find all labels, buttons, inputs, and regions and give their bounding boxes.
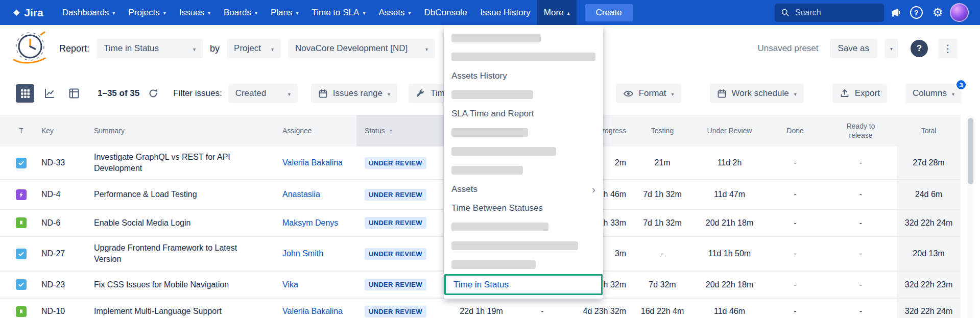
jira-mark-icon: ◆ — [13, 7, 19, 17]
columns-dropdown-wrapper: Columns ▾ 3 — [905, 84, 962, 103]
create-button[interactable]: Create — [585, 4, 633, 21]
columns-dropdown[interactable]: Columns ▾ — [905, 84, 962, 103]
status-cell: UNDER REVIEW — [356, 248, 444, 260]
menu-item-time-in-status-highlighted[interactable]: Time in Status — [444, 274, 603, 295]
assignee-link[interactable]: Vika — [278, 280, 356, 289]
total-cell: 32d 22h 24m — [897, 299, 961, 318]
report-help-button[interactable]: ? — [911, 40, 928, 57]
issue-key: ND-33 — [37, 158, 94, 167]
menu-item-redacted[interactable] — [444, 255, 603, 274]
created-dropdown[interactable]: Created ▾ — [228, 84, 298, 103]
jira-logo[interactable]: ◆ Jira — [13, 7, 43, 19]
issue-summary: Implement Multi-Language Support — [94, 306, 278, 317]
nav-item-more[interactable]: More ▴ — [537, 0, 577, 25]
menu-item-redacted[interactable] — [444, 236, 603, 255]
search-input[interactable] — [794, 8, 878, 18]
nav-item-issue-history[interactable]: Issue History — [474, 0, 537, 25]
duration-cell-done: - — [766, 190, 825, 199]
help-icon[interactable]: ? — [905, 2, 927, 23]
duration-cell-done: - — [766, 249, 825, 258]
chevron-down-icon: ▾ — [163, 9, 166, 16]
column-header-under-review[interactable]: Under Review — [694, 127, 766, 135]
menu-item-redacted[interactable] — [444, 123, 603, 142]
column-header-ready-to-release[interactable]: Ready to release — [825, 121, 897, 140]
redacted-label — [451, 260, 536, 269]
assignee-link[interactable]: John Smith — [278, 249, 356, 258]
nav-item-projects[interactable]: Projects ▾ — [122, 0, 172, 25]
nav-item-boards[interactable]: Boards ▾ — [217, 0, 264, 25]
story-icon — [16, 217, 27, 228]
nav-item-dashboards[interactable]: Dashboards ▾ — [56, 0, 122, 25]
save-as-button[interactable]: Save as — [830, 39, 877, 58]
menu-item-time-between-statuses[interactable]: Time Between Statuses — [444, 199, 603, 217]
status-cell: UNDER REVIEW — [356, 279, 444, 290]
chart-view-button[interactable] — [40, 84, 59, 103]
assignee-link[interactable]: Valeriia Bakalina — [278, 307, 356, 316]
column-header-type[interactable]: T — [0, 127, 37, 135]
work-schedule-dropdown[interactable]: Work schedule ▾ — [710, 84, 804, 103]
menu-item-redacted[interactable] — [444, 29, 603, 47]
duration-cell-done: - — [766, 158, 825, 167]
chevron-down-icon: ▾ — [112, 9, 115, 16]
issues-range-dropdown[interactable]: Issues range ▾ — [311, 84, 397, 103]
column-header-total[interactable]: Total — [897, 115, 961, 146]
total-cell: 24d 6m — [897, 180, 961, 209]
redacted-label — [451, 166, 523, 175]
table-row[interactable]: ND-10 Implement Multi-Language Support V… — [0, 299, 961, 318]
chevron-down-icon: ▾ — [255, 9, 257, 16]
chevron-down-icon: ▾ — [208, 9, 210, 16]
pivot-view-button[interactable] — [65, 84, 83, 103]
menu-item-redacted[interactable] — [444, 217, 603, 236]
chevron-down-icon: ▾ — [408, 9, 411, 16]
nav-item-plans[interactable]: Plans ▾ — [264, 0, 305, 25]
chevron-down-icon: ▾ — [425, 45, 428, 52]
assignee-link[interactable]: Maksym Denys — [278, 218, 356, 228]
menu-item-assets[interactable]: Assets › — [444, 180, 603, 199]
user-avatar[interactable] — [948, 2, 970, 23]
menu-item-redacted[interactable] — [444, 142, 603, 161]
column-header-done[interactable]: Done — [766, 127, 825, 135]
menu-item-sla-time-and-report[interactable]: SLA Time and Report — [444, 104, 603, 123]
duration-cell-under-review: 11d 1h 50m — [694, 249, 766, 258]
preset-status-text: Unsaved preset — [757, 43, 818, 54]
nav-item-issues[interactable]: Issues ▾ — [173, 0, 217, 25]
avatar-image — [950, 3, 969, 22]
format-dropdown[interactable]: Format ▾ — [616, 84, 681, 103]
menu-item-redacted[interactable] — [444, 85, 603, 104]
project-dropdown[interactable]: NovaCore Development [ND] ▾ — [288, 39, 435, 58]
nav-item-assets[interactable]: Assets ▾ — [372, 0, 417, 25]
issue-summary: Performance & Load Testing — [94, 189, 278, 200]
menu-item-redacted[interactable] — [444, 47, 603, 66]
results-count: 1–35 of 35 — [98, 88, 139, 99]
duration-cell-testing: 7d 1h 32m — [631, 190, 694, 199]
refresh-button[interactable] — [146, 86, 161, 101]
search-box[interactable] — [775, 4, 884, 22]
export-button[interactable]: Export — [832, 84, 887, 103]
assignee-link[interactable]: Valeriia Bakalina — [278, 158, 356, 167]
menu-item-assets-history[interactable]: Assets History — [444, 66, 603, 85]
assignee-link[interactable]: Anastasiia — [278, 190, 356, 199]
scrollbar-thumb[interactable] — [968, 118, 973, 184]
duration-cell-hidden-b: - — [519, 307, 566, 316]
column-header-assignee[interactable]: Assignee — [278, 127, 356, 135]
menu-item-redacted[interactable] — [444, 161, 603, 180]
group-by-dropdown[interactable]: Project ▾ — [227, 39, 281, 58]
chevron-down-icon: ▾ — [363, 9, 365, 16]
issue-type-cell — [0, 158, 37, 168]
report-type-dropdown[interactable]: Time in Status ▾ — [97, 39, 203, 58]
grid-icon — [20, 89, 30, 99]
issue-key: ND-23 — [37, 280, 94, 289]
jira-time-in-status-page: ◆ Jira Dashboards ▾ Projects ▾ Issues ▾ … — [0, 0, 980, 318]
column-header-key[interactable]: Key — [37, 127, 94, 135]
column-header-summary[interactable]: Summary — [94, 126, 278, 136]
column-header-status-sorted[interactable]: Status ↑ — [356, 115, 444, 146]
announcement-icon[interactable] — [884, 2, 905, 23]
more-options-button[interactable]: ⋮ — [938, 39, 958, 58]
save-as-chevron-button[interactable]: ▾ — [885, 39, 898, 58]
settings-gear-icon[interactable]: ⚙ — [927, 2, 948, 23]
column-header-testing[interactable]: Testing — [631, 127, 694, 135]
grid-view-button[interactable] — [16, 84, 34, 103]
nav-item-time-to-sla[interactable]: Time to SLA ▾ — [305, 0, 372, 25]
nav-item-dbconsole[interactable]: DbConsole — [417, 0, 473, 25]
status-cell: UNDER REVIEW — [356, 157, 444, 169]
